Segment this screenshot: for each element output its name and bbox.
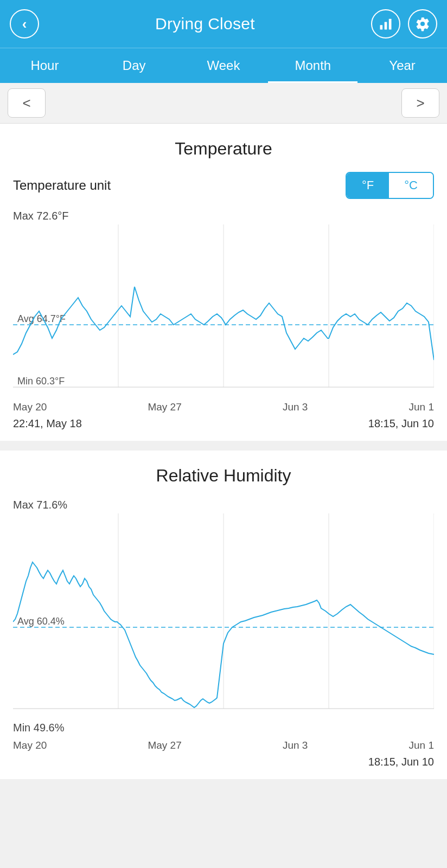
svg-text:Avg 60.4%: Avg 60.4%: [17, 616, 65, 627]
settings-button[interactable]: [408, 9, 437, 38]
humidity-section: Relative Humidity Max 71.6% Avg 60.4% Mi…: [0, 451, 447, 779]
page-title: Drying Closet: [155, 15, 255, 33]
temperature-chart-svg: Avg 64.7°F Min 60.3°F: [13, 224, 434, 398]
temperature-section: Temperature Temperature unit °F °C Max 7…: [0, 124, 447, 441]
humidity-x-label-0: May 20: [13, 740, 47, 751]
section-separator: [0, 441, 447, 451]
humidity-time-end: 18:15, Jun 10: [368, 756, 434, 768]
tab-day[interactable]: Day: [90, 48, 179, 83]
unit-label: Temperature unit: [13, 178, 111, 193]
back-button[interactable]: ‹: [10, 9, 39, 38]
tab-year[interactable]: Year: [357, 48, 447, 83]
unit-toggle: °F °C: [346, 172, 434, 199]
humidity-x-label-1: May 27: [148, 740, 181, 751]
header-actions: [371, 9, 437, 38]
chart-icon: [378, 16, 393, 31]
header: ‹ Drying Closet: [0, 0, 447, 48]
svg-rect-2: [389, 19, 392, 30]
humidity-x-label-3: Jun 1: [408, 740, 433, 751]
temp-x-label-3: Jun 1: [408, 401, 433, 413]
humidity-x-labels: May 20 May 27 Jun 3 Jun 1: [13, 736, 434, 751]
next-button[interactable]: >: [401, 88, 439, 118]
humidity-time-row: 18:15, Jun 10: [13, 756, 434, 768]
temp-time-end: 18:15, Jun 10: [368, 417, 434, 430]
gear-icon: [415, 16, 430, 31]
unit-toggle-row: Temperature unit °F °C: [13, 172, 434, 199]
tab-month[interactable]: Month: [268, 48, 357, 83]
humidity-title: Relative Humidity: [13, 466, 434, 486]
svg-text:Min 60.3°F: Min 60.3°F: [17, 376, 65, 387]
humidity-chart: Avg 60.4%: [13, 513, 434, 719]
temp-x-label-2: Jun 3: [283, 401, 308, 413]
temperature-title: Temperature: [13, 139, 434, 159]
unit-c-button[interactable]: °C: [389, 173, 433, 198]
temp-time-row: 22:41, May 18 18:15, Jun 10: [13, 417, 434, 430]
nav-row: < >: [0, 83, 447, 124]
temperature-chart: Avg 64.7°F Min 60.3°F: [13, 224, 434, 398]
temp-time-start: 22:41, May 18: [13, 417, 82, 430]
temp-x-labels: May 20 May 27 Jun 3 Jun 1: [13, 398, 434, 413]
unit-f-button[interactable]: °F: [347, 173, 389, 198]
prev-button[interactable]: <: [8, 88, 46, 118]
humidity-x-label-2: Jun 3: [283, 740, 308, 751]
svg-rect-1: [385, 22, 387, 30]
temp-x-label-1: May 27: [148, 401, 181, 413]
tab-bar: Hour Day Week Month Year: [0, 48, 447, 83]
humidity-chart-svg: Avg 60.4%: [13, 513, 434, 719]
tab-week[interactable]: Week: [179, 48, 269, 83]
back-icon: ‹: [22, 16, 27, 33]
humidity-max-label: Max 71.6%: [13, 499, 434, 511]
tab-hour[interactable]: Hour: [0, 48, 90, 83]
temp-max-label: Max 72.6°F: [13, 210, 434, 222]
humidity-min-label: Min 49.6%: [13, 722, 434, 734]
svg-rect-0: [380, 25, 383, 29]
chart-button[interactable]: [371, 9, 400, 38]
temp-x-label-0: May 20: [13, 401, 47, 413]
